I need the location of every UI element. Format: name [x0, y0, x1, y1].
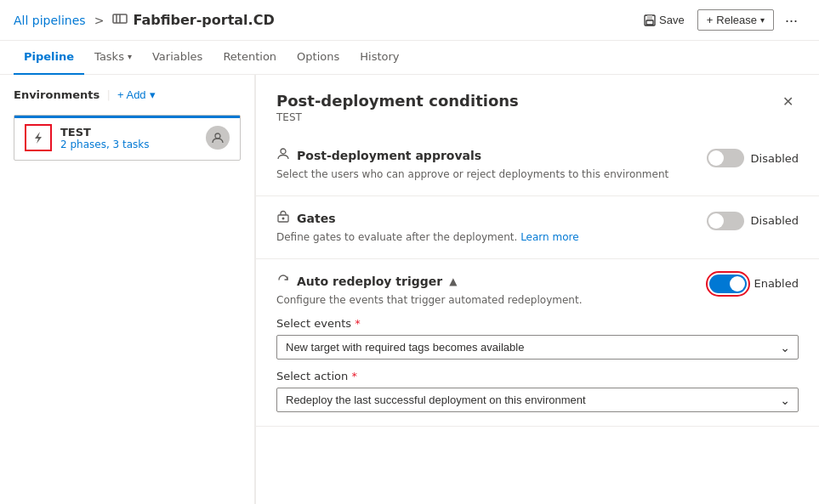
auto-redeploy-toggle-label: Enabled — [754, 277, 799, 290]
tab-options[interactable]: Options — [287, 41, 350, 75]
env-card-info: TEST 2 phases, 3 tasks — [60, 126, 197, 150]
right-panel: Post-deployment conditions TEST ✕ — [255, 75, 819, 504]
ellipsis-icon: ··· — [785, 13, 798, 28]
auto-redeploy-chevron-icon: ▲ — [449, 275, 457, 287]
add-chevron-icon: ▾ — [150, 88, 156, 101]
panel-header: Post-deployment conditions TEST ✕ — [256, 75, 819, 133]
auto-redeploy-row: Auto redeploy trigger ▲ Configure the ev… — [276, 273, 799, 308]
auto-redeploy-toggle[interactable] — [709, 275, 747, 293]
svg-rect-4 — [647, 15, 652, 20]
tasks-chevron-icon: ▾ — [128, 52, 132, 61]
select-events-wrapper: New target with required tags becomes av… — [276, 335, 799, 360]
select-action-dropdown[interactable]: Redeploy the last successful deployment … — [276, 388, 799, 412]
pipeline-title: Fabfiber-portal.CD — [133, 12, 274, 28]
release-chevron: ▾ — [760, 15, 765, 25]
svg-point-10 — [282, 217, 285, 219]
tab-tasks[interactable]: Tasks ▾ — [84, 41, 142, 75]
approvals-toggle[interactable] — [707, 149, 744, 167]
panel-title: Post-deployment conditions — [276, 92, 519, 110]
left-panel: Environments | + Add ▾ TEST 2 phases, 3 … — [0, 75, 255, 504]
gates-title: Gates — [276, 210, 693, 227]
env-top-indicator — [14, 116, 240, 118]
select-action-field: Select action * Redeploy the last succes… — [276, 370, 799, 412]
save-button[interactable]: Save — [634, 9, 694, 31]
gates-toggle-area: Disabled — [707, 212, 799, 230]
approvals-toggle-label: Disabled — [751, 152, 799, 165]
auto-redeploy-toggle-thumb — [730, 276, 745, 292]
gates-section: Gates Define gates to evaluate after the… — [256, 196, 819, 259]
close-panel-button[interactable]: ✕ — [777, 92, 799, 111]
gates-toggle-label: Disabled — [751, 214, 799, 227]
tab-retention[interactable]: Retention — [213, 41, 287, 75]
env-avatar — [206, 126, 230, 150]
auto-redeploy-icon — [276, 273, 290, 290]
approvals-left: Post-deployment approvals Select the use… — [276, 147, 693, 182]
all-pipelines-link[interactable]: All pipelines — [14, 14, 86, 27]
approvals-toggle-thumb — [708, 150, 724, 166]
plus-icon: + — [707, 14, 714, 26]
gates-left: Gates Define gates to evaluate after the… — [276, 210, 693, 245]
select-events-dropdown[interactable]: New target with required tags becomes av… — [276, 335, 799, 360]
approvals-row: Post-deployment approvals Select the use… — [276, 147, 799, 182]
environment-card[interactable]: TEST 2 phases, 3 tasks — [14, 115, 241, 161]
svg-point-8 — [281, 149, 286, 154]
gates-row: Gates Define gates to evaluate after the… — [276, 210, 799, 245]
nav-tabs: Pipeline Tasks ▾ Variables Retention Opt… — [0, 41, 819, 75]
gates-toggle-thumb — [708, 213, 724, 229]
add-environment-button[interactable]: + Add ▾ — [117, 88, 156, 101]
svg-point-7 — [215, 133, 220, 139]
environments-label: Environments — [14, 88, 100, 101]
env-separator: | — [106, 88, 111, 101]
pipeline-icon — [112, 11, 128, 30]
main-layout: Environments | + Add ▾ TEST 2 phases, 3 … — [0, 75, 819, 504]
action-required-star: * — [351, 370, 357, 382]
gates-toggle[interactable] — [707, 212, 744, 230]
panel-subtitle: TEST — [276, 111, 519, 123]
auto-redeploy-title: Auto redeploy trigger ▲ — [276, 273, 696, 290]
approvals-desc: Select the users who can approve or reje… — [276, 167, 693, 182]
auto-redeploy-desc: Configure the events that trigger automa… — [276, 293, 696, 308]
approvals-title: Post-deployment approvals — [276, 147, 693, 164]
tab-pipeline[interactable]: Pipeline — [14, 41, 84, 75]
env-lightning-icon — [25, 124, 52, 151]
environments-header: Environments | + Add ▾ — [14, 88, 241, 101]
select-events-label: Select events * — [276, 317, 799, 330]
select-action-label: Select action * — [276, 370, 799, 382]
select-action-wrapper: Redeploy the last successful deployment … — [276, 388, 799, 412]
auto-redeploy-left: Auto redeploy trigger ▲ Configure the ev… — [276, 273, 696, 308]
panel-title-block: Post-deployment conditions TEST — [276, 92, 519, 123]
svg-marker-6 — [35, 132, 42, 144]
approvals-section: Post-deployment approvals Select the use… — [256, 133, 819, 196]
events-required-star: * — [355, 317, 361, 330]
gates-desc: Define gates to evaluate after the deplo… — [276, 230, 693, 245]
more-options-button[interactable]: ··· — [777, 8, 805, 32]
select-events-field: Select events * New target with required… — [276, 317, 799, 360]
gates-learn-more-link[interactable]: Learn more — [520, 231, 578, 243]
toolbar-actions: Save + Release ▾ ··· — [634, 8, 805, 32]
gates-icon — [276, 210, 290, 227]
auto-redeploy-toggle-area: Enabled — [709, 275, 799, 293]
svg-rect-5 — [646, 20, 653, 25]
approvals-icon — [276, 147, 290, 164]
tab-variables[interactable]: Variables — [142, 41, 213, 75]
approvals-toggle-area: Disabled — [707, 149, 799, 167]
env-name: TEST — [60, 126, 197, 139]
release-button[interactable]: + Release ▾ — [697, 9, 774, 31]
breadcrumb-area: All pipelines > Fabfiber-portal.CD — [14, 11, 275, 30]
close-icon: ✕ — [782, 94, 793, 109]
auto-redeploy-section: Auto redeploy trigger ▲ Configure the ev… — [256, 259, 819, 428]
top-bar: All pipelines > Fabfiber-portal.CD Save … — [0, 0, 819, 41]
breadcrumb-separator: > — [94, 14, 105, 27]
env-sub: 2 phases, 3 tasks — [60, 139, 197, 150]
tab-history[interactable]: History — [350, 41, 409, 75]
